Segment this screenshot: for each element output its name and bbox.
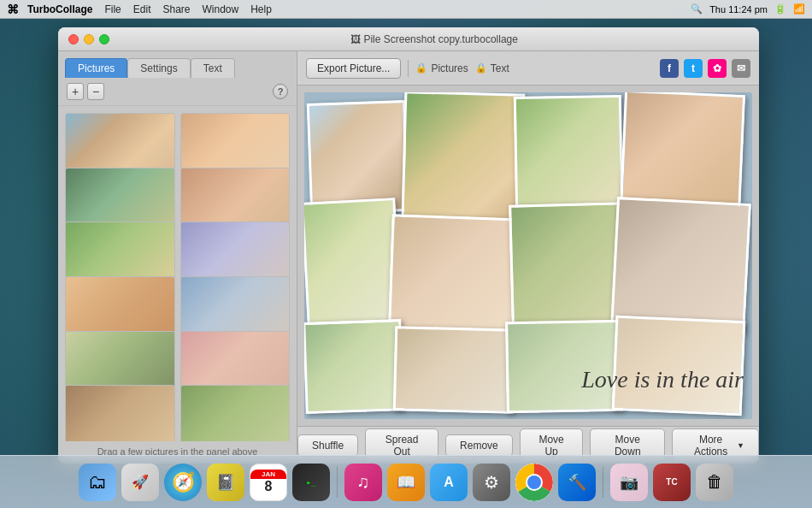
dock-item-launchpad[interactable]: 🚀	[121, 464, 159, 501]
dock-item-chrome[interactable]	[515, 464, 553, 501]
lock-pictures-label: Pictures	[431, 62, 468, 74]
photos-grid	[58, 106, 297, 441]
canvas-toolbar: Export Picture... 🔒 Pictures 🔒 Text f t …	[297, 51, 759, 86]
app-menu[interactable]: TurboCollage	[27, 3, 92, 15]
menubar-battery-icon: 🔋	[774, 3, 786, 15]
dock-item-turbocollage[interactable]: TC	[653, 464, 691, 501]
collage-photo-10[interactable]	[393, 326, 516, 414]
app-window: 🖼 Pile Screenshot copy.turbocollage Pict…	[58, 27, 759, 464]
left-panel: Pictures Settings Text + − ?	[58, 51, 297, 464]
dock-item-ibooks[interactable]: 📖	[387, 464, 425, 501]
menubar-share[interactable]: Share	[162, 3, 190, 15]
panel-toolbar: + − ?	[58, 78, 297, 106]
collage-inner: Love is in the air	[304, 92, 752, 419]
dock-item-calendar[interactable]: JAN 8	[250, 464, 287, 501]
lock-text-icon: 🔒	[475, 62, 487, 74]
collage-photo-9[interactable]	[304, 319, 404, 414]
add-picture-button[interactable]: +	[67, 83, 84, 100]
shuffle-button[interactable]: Shuffle	[297, 434, 358, 457]
tab-pictures[interactable]: Pictures	[65, 58, 127, 78]
menubar-help[interactable]: Help	[250, 3, 272, 15]
window-title: 🖼 Pile Screenshot copy.turbocollage	[120, 33, 749, 45]
dock-item-settings[interactable]: ⚙	[473, 464, 510, 501]
dock-item-itunes[interactable]: ♫	[344, 464, 382, 501]
main-content: Pictures Settings Text + − ?	[58, 51, 759, 464]
dock-separator-1	[337, 467, 338, 498]
menubar-wifi-icon: 📶	[793, 3, 805, 15]
lock-pictures-icon: 🔒	[415, 62, 427, 74]
lock-text-group: 🔒 Text	[475, 62, 509, 74]
fullscreen-button[interactable]	[99, 34, 109, 44]
menubar-edit[interactable]: Edit	[133, 3, 151, 15]
dropdown-arrow-icon: ▼	[737, 441, 744, 450]
facebook-share-button[interactable]: f	[660, 59, 679, 78]
thumbnail-11[interactable]	[65, 385, 175, 441]
svg-point-2	[527, 476, 541, 489]
close-button[interactable]	[68, 34, 79, 44]
minimize-button[interactable]	[84, 34, 94, 44]
remove-picture-button[interactable]: −	[87, 83, 104, 100]
dock-item-appstore[interactable]: A	[430, 464, 468, 501]
dock-item-photos[interactable]: 📷	[610, 464, 648, 501]
thumbnail-12[interactable]	[180, 385, 291, 441]
dock-item-trash[interactable]: 🗑	[696, 464, 733, 501]
dock-item-finder[interactable]: 🗂	[79, 464, 116, 501]
lock-pictures-group: 🔒 Pictures	[415, 62, 468, 74]
flickr-share-button[interactable]: ✿	[708, 59, 727, 78]
menubar-file[interactable]: File	[104, 3, 121, 15]
dock-item-safari[interactable]: 🧭	[164, 464, 202, 501]
collage-photo-5[interactable]	[304, 198, 402, 327]
tab-settings[interactable]: Settings	[127, 58, 190, 78]
menubar-search-icon[interactable]: 🔍	[691, 3, 703, 15]
dock: 🗂 🚀 🧭 📓 JAN 8 ▸_ ♫ 📖 A ⚙ 🔨 📷 TC 🗑	[0, 455, 812, 508]
social-icons: f t ✿ ✉	[660, 59, 750, 78]
menubar-right: 🔍 Thu 11:24 pm 🔋 📶	[691, 3, 805, 15]
toolbar-separator	[408, 60, 409, 77]
menubar: ⌘ TurboCollage File Edit Share Window He…	[0, 0, 812, 19]
tab-text[interactable]: Text	[191, 58, 235, 78]
traffic-lights	[68, 34, 109, 44]
email-share-button[interactable]: ✉	[732, 59, 750, 78]
menubar-window[interactable]: Window	[203, 3, 239, 15]
apple-menu[interactable]: ⌘	[7, 3, 19, 16]
dock-item-xcode[interactable]: 🔨	[558, 464, 596, 501]
collage-canvas[interactable]: Love is in the air	[297, 86, 759, 426]
collage-photo-11[interactable]	[505, 320, 623, 413]
lock-text-label: Text	[491, 62, 509, 74]
remove-button[interactable]: Remove	[445, 434, 513, 457]
help-button[interactable]: ?	[273, 84, 288, 99]
dock-item-terminal[interactable]: ▸_	[292, 464, 330, 501]
title-bar: 🖼 Pile Screenshot copy.turbocollage	[58, 27, 759, 51]
dock-separator-2	[603, 467, 603, 498]
export-button[interactable]: Export Picture...	[306, 58, 401, 79]
collage-photo-3[interactable]	[514, 95, 623, 218]
collage-photo-12[interactable]	[611, 315, 745, 415]
canvas-area: Export Picture... 🔒 Pictures 🔒 Text f t …	[297, 51, 759, 464]
dock-item-notes[interactable]: 📓	[207, 464, 244, 501]
tab-bar: Pictures Settings Text	[58, 51, 297, 78]
twitter-share-button[interactable]: t	[684, 59, 703, 78]
collage-photo-8[interactable]	[610, 197, 751, 334]
menubar-time: Thu 11:24 pm	[709, 4, 768, 15]
